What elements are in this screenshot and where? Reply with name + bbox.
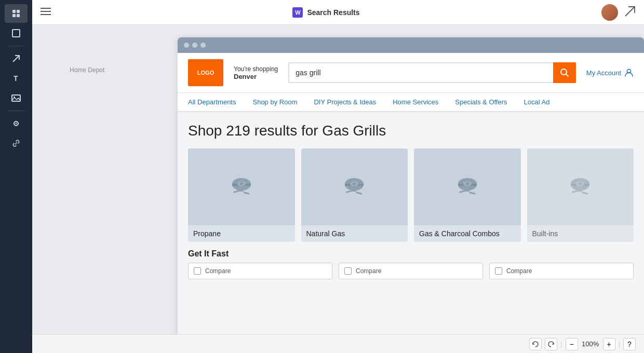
svg-rect-3: [17, 14, 20, 17]
hd-logo: LOGO: [188, 59, 223, 86]
compare-label-3: Compare: [506, 267, 532, 275]
svg-line-5: [13, 56, 19, 62]
frame-label: Home Depot: [70, 66, 104, 74]
svg-rect-50: [582, 192, 588, 195]
left-toolbar: T: [0, 0, 32, 353]
category-card-propane[interactable]: Propane: [188, 148, 295, 242]
category-img-natural-gas: [301, 148, 408, 225]
shopping-label: You're shopping: [234, 65, 278, 73]
grill-icon-combo: [451, 170, 484, 203]
frame-tool[interactable]: [5, 24, 28, 43]
svg-rect-31: [346, 190, 352, 193]
location-city: Denver: [234, 73, 278, 80]
component-tool[interactable]: [5, 114, 28, 133]
top-bar: W Search Results: [32, 0, 644, 25]
category-grid: Propane: [188, 148, 634, 242]
avatar[interactable]: [601, 4, 618, 21]
category-label-natural-gas: Natural Gas: [301, 225, 408, 242]
compare-label-1: Compare: [205, 267, 231, 275]
link-tool[interactable]: [5, 134, 28, 153]
svg-rect-22: [233, 190, 239, 193]
menu-button[interactable]: [41, 8, 51, 17]
browser-chrome: [178, 37, 644, 53]
category-label-combo: Gas & Charcoal Combos: [414, 225, 521, 242]
category-card-natural-gas[interactable]: Natural Gas: [301, 148, 408, 242]
search-button[interactable]: [553, 62, 576, 83]
nav-shop-by-room[interactable]: Shop by Room: [252, 93, 297, 112]
grill-icon-builtins: [564, 170, 597, 203]
svg-line-14: [625, 7, 635, 16]
zoom-value: 100%: [581, 340, 600, 348]
account-label: My Account: [586, 69, 621, 77]
app-title: Search Results: [307, 8, 359, 17]
compare-row: Compare Compare Compare: [188, 263, 634, 279]
svg-rect-1: [17, 10, 20, 13]
text-tool[interactable]: T: [5, 69, 28, 88]
location-info: You're shopping Denver: [234, 65, 278, 80]
svg-rect-4: [12, 30, 20, 37]
my-account-link[interactable]: My Account: [586, 68, 634, 77]
compare-box-3[interactable]: Compare: [489, 263, 634, 279]
redo-button[interactable]: [545, 338, 557, 350]
compare-box-2[interactable]: Compare: [339, 263, 483, 279]
compare-box-1[interactable]: Compare: [188, 263, 332, 279]
svg-point-10: [16, 123, 17, 125]
category-img-propane: [188, 148, 295, 225]
compare-checkbox-2[interactable]: [344, 267, 352, 275]
svg-rect-40: [459, 190, 465, 193]
hamburger-icon: [41, 8, 51, 17]
grill-icon-natural-gas: [338, 170, 371, 203]
search-results: Shop 219 results for Gas Grills: [178, 112, 644, 353]
svg-text:T: T: [14, 74, 18, 83]
svg-rect-30: [352, 190, 356, 192]
category-card-builtins[interactable]: Built-ins: [527, 148, 634, 242]
compare-checkbox-3[interactable]: [495, 267, 502, 275]
zoom-in-button[interactable]: +: [603, 338, 615, 350]
nav-diy-projects[interactable]: DIY Projects & Ideas: [314, 93, 376, 112]
bottom-bar: | − 100% + | ?: [32, 334, 644, 353]
help-button[interactable]: ?: [623, 338, 636, 350]
image-tool[interactable]: [5, 89, 28, 107]
category-img-builtins: [527, 148, 634, 225]
browser-dot-yellow: [192, 43, 197, 48]
nav-home-services[interactable]: Home Services: [393, 93, 438, 112]
browser-dot-green: [200, 43, 206, 48]
category-card-combo[interactable]: Gas & Charcoal Combos: [414, 148, 521, 242]
grill-icon-propane: [225, 170, 258, 203]
nav-specials-offers[interactable]: Specials & Offers: [455, 93, 507, 112]
svg-rect-0: [12, 10, 16, 13]
divider-2: |: [619, 340, 620, 348]
results-title: Shop 219 results for Gas Grills: [188, 123, 634, 139]
main-content: Home Depot LOGO You're shopping Denver: [32, 25, 644, 353]
svg-rect-48: [578, 190, 582, 192]
w-badge: W: [292, 7, 303, 18]
browser-frame: LOGO You're shopping Denver My Account: [178, 37, 644, 353]
toolbar-divider-2: [8, 111, 24, 111]
svg-rect-23: [243, 192, 249, 195]
zoom-controls: | − 100% + | ?: [529, 338, 636, 350]
svg-line-16: [566, 74, 568, 77]
svg-rect-21: [239, 190, 244, 192]
search-form: [288, 62, 576, 83]
top-bar-right: [601, 4, 636, 21]
compare-label-2: Compare: [356, 267, 381, 275]
nav-local-ad[interactable]: Local Ad: [524, 93, 550, 112]
compare-checkbox-1[interactable]: [194, 267, 201, 275]
hd-navigation: All Departments Shop by Room DIY Project…: [178, 93, 644, 112]
layers-tool[interactable]: [5, 4, 28, 23]
svg-rect-32: [356, 192, 362, 195]
svg-rect-2: [12, 14, 16, 17]
svg-rect-41: [469, 192, 475, 195]
nav-all-departments[interactable]: All Departments: [188, 93, 236, 112]
avatar-image: [601, 4, 618, 21]
category-label-propane: Propane: [188, 225, 295, 242]
get-it-fast-label: Get It Fast: [188, 249, 634, 259]
hd-header: LOGO You're shopping Denver My Account: [178, 53, 644, 93]
arrow-tool[interactable]: [5, 49, 28, 68]
zoom-out-button[interactable]: −: [566, 338, 578, 350]
send-button[interactable]: [624, 6, 636, 19]
search-input[interactable]: [288, 62, 553, 83]
undo-button[interactable]: [529, 338, 542, 350]
app-title-section: W Search Results: [292, 7, 359, 18]
browser-dot-red: [184, 43, 189, 48]
